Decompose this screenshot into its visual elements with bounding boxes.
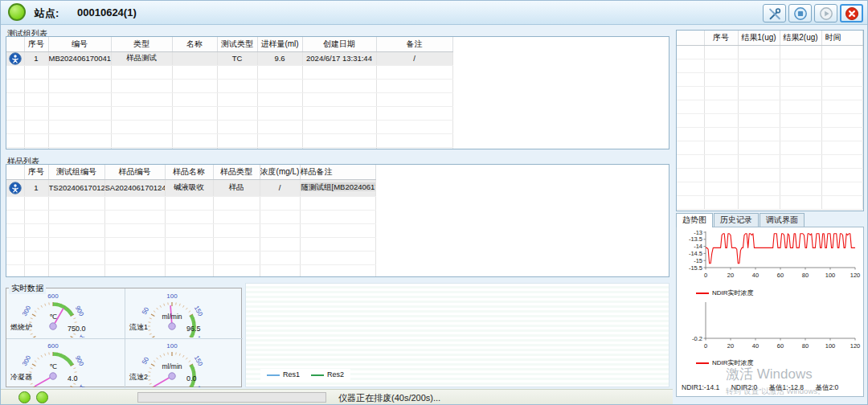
empty-row	[677, 100, 863, 113]
svg-text:60: 60	[777, 342, 784, 350]
empty-row	[677, 168, 863, 182]
svg-text:200: 200	[192, 385, 204, 387]
col-name: 名称	[172, 37, 217, 51]
result-chart-legend: Res1 Res2	[260, 369, 350, 380]
empty-row	[677, 195, 863, 209]
window-buttons	[763, 4, 863, 22]
svg-text:60: 60	[777, 272, 784, 279]
results-header-row: 序号 结果1(ug) 结果2(ug) 时间	[677, 31, 863, 45]
status-message: 仪器正在排废(40s/200s)...	[338, 392, 440, 404]
svg-text:200: 200	[192, 335, 204, 338]
sample-table: 序号 测试组编号 样品编号 样品名称 样品类型 浓度(mg/L) 样品备注	[6, 165, 669, 277]
base2-value: 基值2:0	[815, 383, 838, 391]
col-seq: 序号	[24, 37, 48, 51]
row-icon-cell	[6, 179, 24, 196]
test-group-table: 序号 编号 类型 名称 测试类型 进样量(ml) 创建日期 备注	[6, 37, 669, 149]
test-group-row[interactable]: 1 MB202406170041 样品测试 TC 9.6 2024/6/17 1…	[6, 51, 669, 65]
row-icon-cell	[6, 51, 24, 65]
status-bar: 仪器正在排废(40s/200s)...	[1, 389, 673, 404]
col-test-type: 测试类型	[217, 37, 257, 51]
col-seq: 序号	[704, 31, 738, 45]
tools-button[interactable]	[763, 4, 786, 22]
svg-text:-14.5: -14.5	[689, 250, 702, 257]
sample-row[interactable]: 1 TS202406170128 SA202406170124 碱液吸收 样品 …	[6, 179, 669, 196]
empty-row	[6, 106, 669, 120]
station-id: 00010624(1)	[77, 6, 137, 18]
globe-row-icon	[9, 182, 22, 194]
gauge-label: 燃烧炉	[10, 322, 32, 333]
col-sample-name: 样品名称	[165, 165, 213, 179]
close-button[interactable]	[840, 4, 863, 22]
empty-row	[677, 127, 863, 141]
col-conc: 浓度(mg/L)	[260, 165, 300, 179]
svg-text:150: 150	[193, 354, 205, 368]
tools-icon	[768, 6, 782, 21]
legend-res1: Res1	[267, 370, 300, 378]
gauge-unit: ml/min	[156, 313, 188, 321]
svg-text:50: 50	[141, 305, 151, 316]
status-led-1	[18, 391, 31, 403]
tab-history[interactable]: 历史记录	[714, 213, 759, 227]
empty-row	[6, 92, 669, 106]
gauge-label: 流速1	[129, 322, 148, 333]
cell-sample-type: 样品	[213, 179, 260, 196]
sample-table-box: 序号 测试组编号 样品编号 样品名称 样品类型 浓度(mg/L) 样品备注	[6, 164, 669, 277]
test-group-header-row: 序号 编号 类型 名称 测试类型 进样量(ml) 创建日期 备注	[6, 37, 669, 51]
cell-group-code: TS202406170128	[48, 179, 104, 196]
svg-text:80: 80	[802, 342, 809, 350]
cell-sample-remark: 随测试组[MB202406170041]创建	[300, 179, 375, 196]
cell-sample-name: 碱液吸收	[165, 179, 213, 196]
empty-row	[6, 251, 669, 264]
results-table-box: 序号 结果1(ug) 结果2(ug) 时间	[676, 30, 864, 211]
icon-column-header	[6, 165, 24, 179]
svg-text:-15.5: -15.5	[689, 264, 702, 272]
col-type: 类型	[111, 37, 172, 51]
empty-row	[677, 182, 863, 195]
col-volume: 进样量(ml)	[257, 37, 302, 51]
tab-debug[interactable]: 调试界面	[760, 213, 805, 227]
filler-column	[452, 37, 669, 51]
svg-text:-15: -15	[694, 257, 702, 264]
trend2-legend: NDIR实时浓度	[696, 358, 754, 367]
col-remark: 备注	[376, 37, 452, 51]
filler-column	[375, 165, 669, 179]
station-status-indicator	[8, 3, 26, 21]
svg-text:100: 100	[166, 292, 178, 300]
cell-remark: /	[376, 51, 452, 65]
icon-column-header	[6, 37, 24, 51]
cell-code: MB202406170041	[48, 51, 111, 65]
ndir-trend-chart: -13-13.5-14-14.5-15-15.5020406080100120	[678, 229, 862, 287]
tab-trend-chart[interactable]: 趋势图	[676, 213, 713, 227]
svg-text:0: 0	[704, 272, 707, 279]
svg-text:100: 100	[825, 342, 836, 350]
results-table: 序号 结果1(ug) 结果2(ug) 时间	[677, 31, 863, 210]
col-result2: 结果2(ug)	[780, 31, 821, 45]
play-icon	[819, 6, 833, 21]
right-panel-tabs: 趋势图历史记录调试界面	[676, 213, 805, 227]
col-code: 编号	[48, 37, 111, 51]
gauge-condenser: 03006009001200 冷凝器 ℃ 4.0	[6, 339, 124, 387]
empty-row	[6, 65, 669, 79]
gauge-value: 750.0	[68, 325, 86, 333]
legend-res2: Res2	[311, 370, 344, 378]
title-bar: 站点: 00010624(1)	[1, 1, 867, 25]
svg-text:900: 900	[74, 305, 86, 318]
svg-text:300: 300	[21, 354, 33, 367]
gauge-flow2: 050100150200 流速2 ml/min 0.0	[125, 339, 243, 387]
col-result1: 结果1(ug)	[738, 31, 780, 45]
stop-icon	[793, 6, 808, 21]
globe-row-icon	[9, 52, 22, 65]
ndir-line-swatch	[696, 362, 709, 364]
cell-seq: 1	[24, 179, 48, 196]
svg-text:40: 40	[752, 272, 759, 279]
col-sample-code: 样品编号	[104, 165, 165, 179]
play-button[interactable]	[814, 4, 837, 22]
col-created: 创建日期	[302, 37, 376, 51]
svg-text:100: 100	[166, 342, 178, 350]
empty-row	[6, 196, 669, 210]
cell-name	[172, 51, 217, 65]
cell-test-type: TC	[217, 51, 257, 65]
gauge-label: 冷凝器	[10, 372, 32, 382]
stop-button[interactable]	[788, 4, 812, 22]
svg-text:20: 20	[727, 342, 734, 350]
